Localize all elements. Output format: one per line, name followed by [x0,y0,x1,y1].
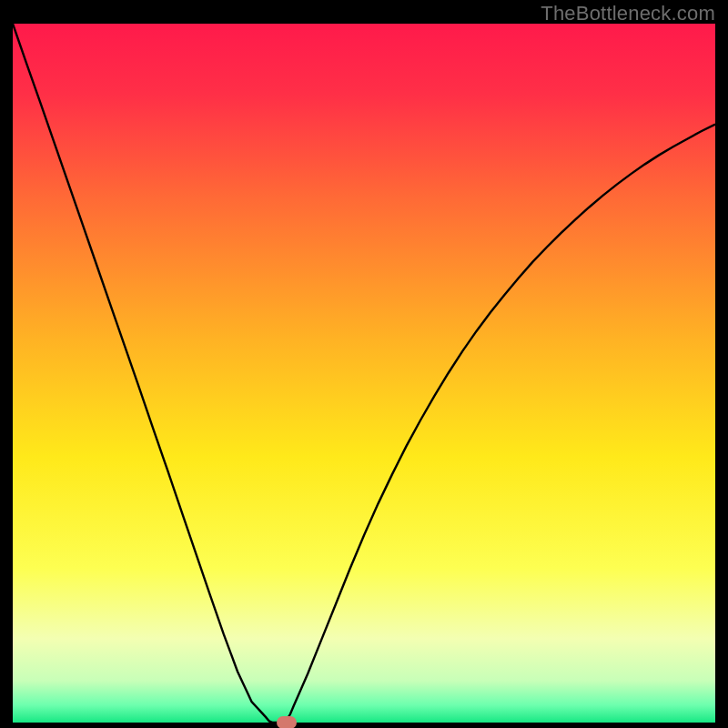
chart-frame [13,24,715,723]
watermark: TheBottleneck.com [541,2,715,25]
bottleneck-chart [13,24,715,723]
chart-background [13,24,715,723]
optimum-marker [277,716,297,728]
